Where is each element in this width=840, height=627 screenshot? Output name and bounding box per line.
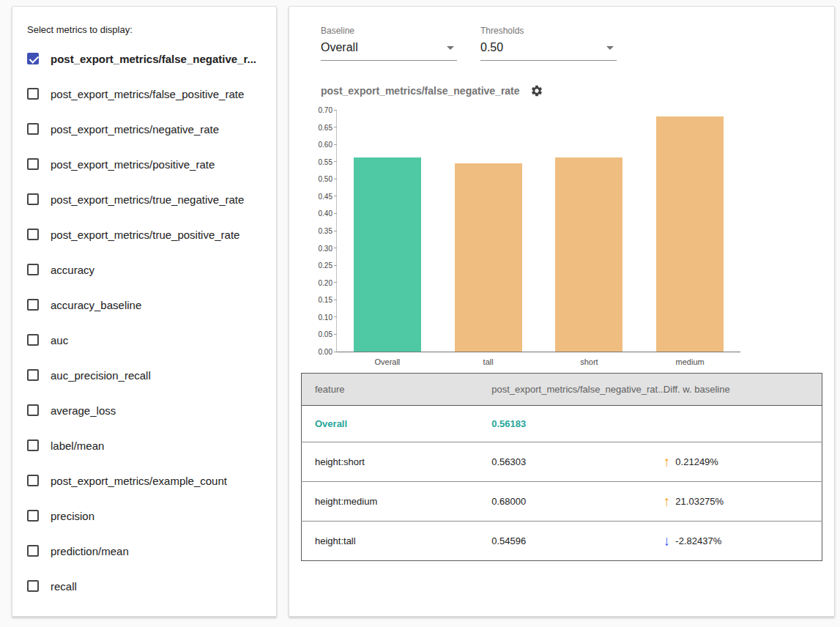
metric-list: post_export_metrics/false_negative_r...p… (27, 41, 267, 604)
baseline-dropdown-label: Baseline (321, 26, 457, 36)
feature-cell: height:medium (302, 482, 479, 522)
metric-item-label-mean[interactable]: label/mean (27, 428, 267, 463)
metric-item-post-export-metrics-false-negative-r[interactable]: post_export_metrics/false_negative_r... (27, 41, 267, 76)
diff-indicator: ↑0.21249% (664, 455, 809, 469)
controls-row: Baseline Overall Thresholds 0.50 (321, 26, 822, 61)
checkbox-unchecked-icon[interactable] (27, 510, 39, 522)
table-row-height-medium[interactable]: height:medium0.68000↑21.03275% (302, 482, 822, 522)
checkbox-unchecked-icon[interactable] (27, 475, 39, 486)
checkbox-unchecked-icon[interactable] (27, 123, 39, 135)
baseline-dropdown[interactable]: Baseline Overall (321, 26, 457, 61)
metric-label: accuracy_baseline (51, 299, 141, 311)
arrow-down-icon: ↓ (664, 534, 671, 548)
arrow-up-icon: ↑ (664, 494, 671, 508)
metric-label: precision (51, 510, 94, 522)
x-tick-label: Overall (337, 357, 438, 366)
metric-item-post-export-metrics-true-positive-rate[interactable]: post_export_metrics/true_positive_rate (27, 217, 267, 252)
metric-item-auc[interactable]: auc (27, 322, 267, 357)
checkbox-checked-icon[interactable] (27, 53, 39, 64)
bar-chart: 0.000.050.100.150.200.250.300.350.400.45… (308, 111, 822, 352)
y-tick-label: 0.35 (319, 228, 332, 235)
metric-item-post-export-metrics-positive-rate[interactable]: post_export_metrics/positive_rate (27, 146, 267, 182)
metric-item-average-loss[interactable]: average_loss (27, 393, 267, 428)
metric-label: accuracy (51, 264, 94, 276)
metric-label: post_export_metrics/false_positive_rate (51, 88, 244, 100)
table-row-height-tall[interactable]: height:tall0.54596↓-2.82437% (302, 522, 822, 561)
diff-value: -2.82437% (675, 535, 721, 546)
table-row-overall[interactable]: Overall0.56183 (302, 406, 822, 442)
diff-value: 0.21249% (675, 456, 718, 467)
bar-group-overall: Overall (337, 111, 438, 352)
feature-cell: Overall (302, 406, 479, 442)
feature-cell: height:short (302, 442, 479, 482)
diff-cell: ↑0.21249% (650, 442, 822, 482)
table-header-diff-w-baseline: Diff. w. baseline (650, 374, 822, 406)
checkbox-unchecked-icon[interactable] (27, 439, 39, 451)
diff-cell: ↓-2.82437% (650, 522, 822, 561)
metric-value-cell: 0.56183 (478, 406, 650, 442)
baseline-dropdown-control[interactable]: Overall (321, 41, 457, 61)
metric-item-accuracy[interactable]: accuracy (27, 252, 267, 287)
y-tick-label: 0.10 (319, 314, 332, 322)
y-tick-label: 0.30 (319, 245, 332, 253)
metric-item-post-export-metrics-negative-rate[interactable]: post_export_metrics/negative_rate (27, 111, 267, 146)
checkbox-unchecked-icon[interactable] (27, 229, 39, 240)
y-tick-label: 0.45 (319, 193, 332, 201)
bar-overall[interactable] (354, 157, 421, 352)
checkbox-unchecked-icon[interactable] (27, 158, 39, 170)
metric-item-prediction-mean[interactable]: prediction/mean (27, 533, 267, 568)
bar-short[interactable] (555, 157, 622, 352)
metric-label: post_export_metrics/true_negative_rate (51, 193, 244, 206)
metric-label: post_export_metrics/false_negative_r... (51, 53, 256, 65)
checkbox-unchecked-icon[interactable] (27, 88, 39, 100)
y-tick-label: 0.65 (319, 125, 332, 132)
x-tick-label: tall (438, 357, 539, 366)
metrics-panel: Baseline Overall Thresholds 0.50 post_ex… (289, 6, 835, 617)
table-header-row: featurepost_export_metrics/false_negativ… (302, 374, 822, 406)
baseline-dropdown-value: Overall (321, 41, 358, 54)
diff-indicator: ↑21.03275% (664, 494, 809, 508)
bar-medium[interactable] (656, 116, 724, 352)
bar-tall[interactable] (455, 163, 522, 352)
y-tick-label: 0.15 (319, 297, 332, 304)
y-tick-label: 0.00 (319, 349, 332, 356)
bar-group-tall: tall (438, 111, 539, 352)
chart-title: post_export_metrics/false_negative_rate (321, 85, 520, 97)
metric-item-post-export-metrics-true-negative-rate[interactable]: post_export_metrics/true_negative_rate (27, 182, 267, 217)
metric-item-auc-precision-recall[interactable]: auc_precision_recall (27, 357, 267, 393)
metric-label: post_export_metrics/example_count (51, 475, 227, 487)
y-axis: 0.000.050.100.150.200.250.300.350.400.45… (308, 111, 332, 352)
metric-item-post-export-metrics-false-positive-rate[interactable]: post_export_metrics/false_positive_rate (27, 76, 267, 111)
metric-label: recall (51, 580, 77, 593)
thresholds-dropdown[interactable]: Thresholds 0.50 (480, 26, 617, 61)
metric-item-post-export-metrics-example-count[interactable]: post_export_metrics/example_count (27, 463, 267, 498)
thresholds-dropdown-control[interactable]: 0.50 (480, 41, 617, 61)
settings-gear-icon[interactable] (530, 84, 543, 97)
metric-label: auc_precision_recall (51, 369, 151, 382)
sidebar-title: Select metrics to display: (27, 24, 267, 35)
checkbox-unchecked-icon[interactable] (27, 545, 39, 557)
chevron-down-icon (606, 46, 614, 50)
checkbox-unchecked-icon[interactable] (27, 580, 39, 592)
y-tick-label: 0.50 (319, 176, 332, 183)
metric-item-recall[interactable]: recall (27, 568, 267, 604)
checkbox-unchecked-icon[interactable] (27, 369, 39, 381)
metric-label: post_export_metrics/negative_rate (51, 123, 219, 136)
table-header-feature: feature (302, 374, 479, 406)
metric-select-panel: Select metrics to display: post_export_m… (12, 6, 277, 617)
metric-item-accuracy-baseline[interactable]: accuracy_baseline (27, 287, 267, 322)
checkbox-unchecked-icon[interactable] (27, 334, 39, 346)
y-tick-label: 0.25 (319, 262, 332, 270)
diff-cell: ↑21.03275% (650, 482, 822, 522)
table-row-height-short[interactable]: height:short0.56303↑0.21249% (302, 442, 822, 482)
metric-item-precision[interactable]: precision (27, 498, 267, 533)
y-tick-label: 0.05 (319, 331, 332, 338)
checkbox-unchecked-icon[interactable] (27, 404, 39, 416)
bar-group-medium: medium (639, 111, 740, 352)
checkbox-unchecked-icon[interactable] (27, 264, 39, 275)
metrics-table: featurepost_export_metrics/false_negativ… (301, 373, 822, 561)
checkbox-unchecked-icon[interactable] (27, 193, 39, 205)
y-tick-label: 0.40 (319, 210, 332, 218)
checkbox-unchecked-icon[interactable] (27, 299, 39, 311)
metric-value-cell: 0.54596 (478, 522, 650, 561)
